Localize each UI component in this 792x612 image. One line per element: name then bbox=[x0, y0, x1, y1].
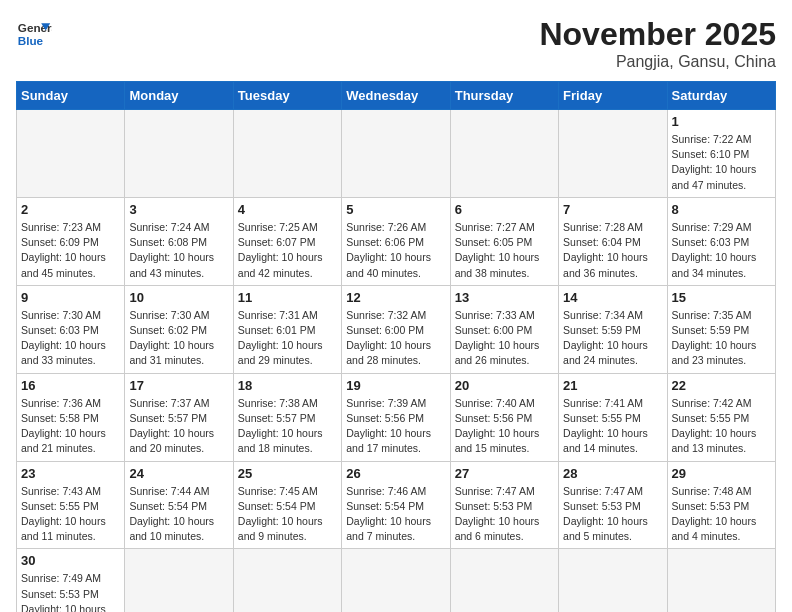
calendar-week-row: 1Sunrise: 7:22 AMSunset: 6:10 PMDaylight… bbox=[17, 110, 776, 198]
table-row: 28Sunrise: 7:47 AMSunset: 5:53 PMDayligh… bbox=[559, 461, 667, 549]
day-number: 21 bbox=[563, 378, 662, 393]
day-info: Sunrise: 7:46 AMSunset: 5:54 PMDaylight:… bbox=[346, 484, 445, 545]
table-row bbox=[342, 110, 450, 198]
day-number: 22 bbox=[672, 378, 771, 393]
day-info: Sunrise: 7:28 AMSunset: 6:04 PMDaylight:… bbox=[563, 220, 662, 281]
table-row: 21Sunrise: 7:41 AMSunset: 5:55 PMDayligh… bbox=[559, 373, 667, 461]
table-row bbox=[559, 549, 667, 612]
day-number: 19 bbox=[346, 378, 445, 393]
day-info: Sunrise: 7:42 AMSunset: 5:55 PMDaylight:… bbox=[672, 396, 771, 457]
day-number: 8 bbox=[672, 202, 771, 217]
day-number: 13 bbox=[455, 290, 554, 305]
day-info: Sunrise: 7:30 AMSunset: 6:02 PMDaylight:… bbox=[129, 308, 228, 369]
table-row: 10Sunrise: 7:30 AMSunset: 6:02 PMDayligh… bbox=[125, 285, 233, 373]
table-row bbox=[342, 549, 450, 612]
day-number: 20 bbox=[455, 378, 554, 393]
table-row: 19Sunrise: 7:39 AMSunset: 5:56 PMDayligh… bbox=[342, 373, 450, 461]
table-row bbox=[125, 549, 233, 612]
table-row: 3Sunrise: 7:24 AMSunset: 6:08 PMDaylight… bbox=[125, 197, 233, 285]
table-row: 9Sunrise: 7:30 AMSunset: 6:03 PMDaylight… bbox=[17, 285, 125, 373]
table-row: 16Sunrise: 7:36 AMSunset: 5:58 PMDayligh… bbox=[17, 373, 125, 461]
day-info: Sunrise: 7:49 AMSunset: 5:53 PMDaylight:… bbox=[21, 571, 120, 612]
header-tuesday: Tuesday bbox=[233, 82, 341, 110]
table-row: 8Sunrise: 7:29 AMSunset: 6:03 PMDaylight… bbox=[667, 197, 775, 285]
svg-text:Blue: Blue bbox=[18, 34, 44, 47]
table-row: 12Sunrise: 7:32 AMSunset: 6:00 PMDayligh… bbox=[342, 285, 450, 373]
table-row: 2Sunrise: 7:23 AMSunset: 6:09 PMDaylight… bbox=[17, 197, 125, 285]
day-info: Sunrise: 7:33 AMSunset: 6:00 PMDaylight:… bbox=[455, 308, 554, 369]
table-row: 23Sunrise: 7:43 AMSunset: 5:55 PMDayligh… bbox=[17, 461, 125, 549]
day-info: Sunrise: 7:25 AMSunset: 6:07 PMDaylight:… bbox=[238, 220, 337, 281]
table-row bbox=[233, 110, 341, 198]
table-row: 18Sunrise: 7:38 AMSunset: 5:57 PMDayligh… bbox=[233, 373, 341, 461]
day-info: Sunrise: 7:38 AMSunset: 5:57 PMDaylight:… bbox=[238, 396, 337, 457]
table-row bbox=[667, 549, 775, 612]
day-number: 28 bbox=[563, 466, 662, 481]
day-number: 14 bbox=[563, 290, 662, 305]
calendar-table: Sunday Monday Tuesday Wednesday Thursday… bbox=[16, 81, 776, 612]
day-number: 17 bbox=[129, 378, 228, 393]
calendar-week-row: 2Sunrise: 7:23 AMSunset: 6:09 PMDaylight… bbox=[17, 197, 776, 285]
day-info: Sunrise: 7:32 AMSunset: 6:00 PMDaylight:… bbox=[346, 308, 445, 369]
table-row: 11Sunrise: 7:31 AMSunset: 6:01 PMDayligh… bbox=[233, 285, 341, 373]
table-row: 24Sunrise: 7:44 AMSunset: 5:54 PMDayligh… bbox=[125, 461, 233, 549]
table-row: 27Sunrise: 7:47 AMSunset: 5:53 PMDayligh… bbox=[450, 461, 558, 549]
table-row: 1Sunrise: 7:22 AMSunset: 6:10 PMDaylight… bbox=[667, 110, 775, 198]
logo: General Blue bbox=[16, 16, 52, 52]
table-row: 26Sunrise: 7:46 AMSunset: 5:54 PMDayligh… bbox=[342, 461, 450, 549]
day-number: 7 bbox=[563, 202, 662, 217]
header-monday: Monday bbox=[125, 82, 233, 110]
header-wednesday: Wednesday bbox=[342, 82, 450, 110]
table-row: 15Sunrise: 7:35 AMSunset: 5:59 PMDayligh… bbox=[667, 285, 775, 373]
day-number: 26 bbox=[346, 466, 445, 481]
day-info: Sunrise: 7:43 AMSunset: 5:55 PMDaylight:… bbox=[21, 484, 120, 545]
table-row bbox=[17, 110, 125, 198]
table-row: 6Sunrise: 7:27 AMSunset: 6:05 PMDaylight… bbox=[450, 197, 558, 285]
calendar-week-row: 30Sunrise: 7:49 AMSunset: 5:53 PMDayligh… bbox=[17, 549, 776, 612]
day-number: 4 bbox=[238, 202, 337, 217]
page-title: November 2025 bbox=[539, 16, 776, 53]
day-info: Sunrise: 7:47 AMSunset: 5:53 PMDaylight:… bbox=[563, 484, 662, 545]
day-info: Sunrise: 7:41 AMSunset: 5:55 PMDaylight:… bbox=[563, 396, 662, 457]
day-info: Sunrise: 7:26 AMSunset: 6:06 PMDaylight:… bbox=[346, 220, 445, 281]
day-number: 6 bbox=[455, 202, 554, 217]
day-number: 5 bbox=[346, 202, 445, 217]
day-number: 18 bbox=[238, 378, 337, 393]
logo-icon: General Blue bbox=[16, 16, 52, 52]
day-number: 15 bbox=[672, 290, 771, 305]
day-number: 2 bbox=[21, 202, 120, 217]
table-row bbox=[559, 110, 667, 198]
day-number: 3 bbox=[129, 202, 228, 217]
table-row bbox=[450, 549, 558, 612]
table-row bbox=[450, 110, 558, 198]
day-number: 24 bbox=[129, 466, 228, 481]
day-number: 10 bbox=[129, 290, 228, 305]
day-info: Sunrise: 7:39 AMSunset: 5:56 PMDaylight:… bbox=[346, 396, 445, 457]
day-info: Sunrise: 7:34 AMSunset: 5:59 PMDaylight:… bbox=[563, 308, 662, 369]
day-info: Sunrise: 7:47 AMSunset: 5:53 PMDaylight:… bbox=[455, 484, 554, 545]
calendar-week-row: 23Sunrise: 7:43 AMSunset: 5:55 PMDayligh… bbox=[17, 461, 776, 549]
table-row: 29Sunrise: 7:48 AMSunset: 5:53 PMDayligh… bbox=[667, 461, 775, 549]
day-number: 30 bbox=[21, 553, 120, 568]
day-info: Sunrise: 7:31 AMSunset: 6:01 PMDaylight:… bbox=[238, 308, 337, 369]
day-info: Sunrise: 7:45 AMSunset: 5:54 PMDaylight:… bbox=[238, 484, 337, 545]
table-row bbox=[125, 110, 233, 198]
table-row bbox=[233, 549, 341, 612]
day-number: 11 bbox=[238, 290, 337, 305]
day-number: 25 bbox=[238, 466, 337, 481]
day-number: 23 bbox=[21, 466, 120, 481]
table-row: 4Sunrise: 7:25 AMSunset: 6:07 PMDaylight… bbox=[233, 197, 341, 285]
header-thursday: Thursday bbox=[450, 82, 558, 110]
header-friday: Friday bbox=[559, 82, 667, 110]
calendar-week-row: 9Sunrise: 7:30 AMSunset: 6:03 PMDaylight… bbox=[17, 285, 776, 373]
day-number: 9 bbox=[21, 290, 120, 305]
day-info: Sunrise: 7:37 AMSunset: 5:57 PMDaylight:… bbox=[129, 396, 228, 457]
table-row: 14Sunrise: 7:34 AMSunset: 5:59 PMDayligh… bbox=[559, 285, 667, 373]
day-info: Sunrise: 7:36 AMSunset: 5:58 PMDaylight:… bbox=[21, 396, 120, 457]
table-row: 5Sunrise: 7:26 AMSunset: 6:06 PMDaylight… bbox=[342, 197, 450, 285]
day-number: 12 bbox=[346, 290, 445, 305]
day-info: Sunrise: 7:23 AMSunset: 6:09 PMDaylight:… bbox=[21, 220, 120, 281]
page-subtitle: Pangjia, Gansu, China bbox=[539, 53, 776, 71]
day-info: Sunrise: 7:24 AMSunset: 6:08 PMDaylight:… bbox=[129, 220, 228, 281]
table-row: 13Sunrise: 7:33 AMSunset: 6:00 PMDayligh… bbox=[450, 285, 558, 373]
